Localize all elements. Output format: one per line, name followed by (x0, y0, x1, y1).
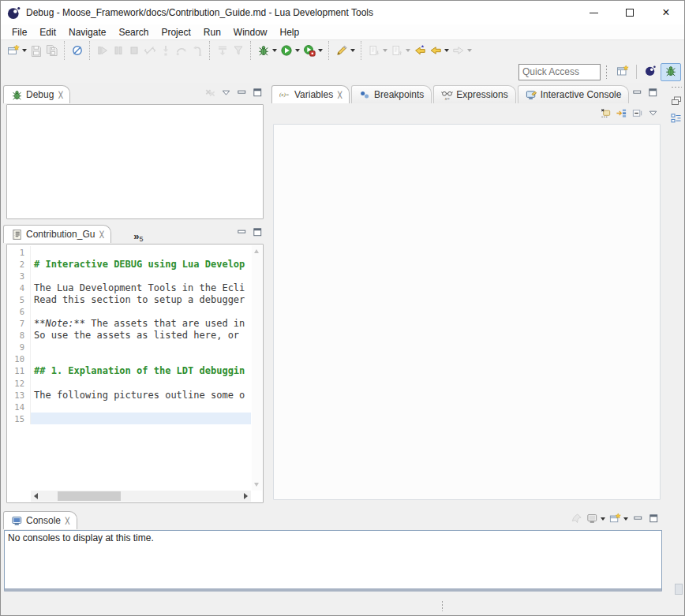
editor-line-9[interactable]: 9 (8, 342, 251, 353)
editor-line-14[interactable]: 14 (8, 401, 251, 413)
editor-text-area[interactable]: 12# Interactive DEBUG using Lua Develop3… (6, 244, 264, 503)
menu-navigate[interactable]: Navigate (62, 25, 112, 39)
debug-tree-area[interactable] (6, 104, 264, 219)
back-button[interactable] (428, 42, 451, 59)
remove-all-terminated-button[interactable] (204, 87, 216, 99)
close-window-button[interactable]: × (648, 1, 684, 24)
menu-project[interactable]: Project (155, 25, 197, 39)
scroll-up-icon[interactable] (254, 249, 259, 253)
resume-button[interactable] (95, 42, 110, 59)
editor-horizontal-scrollbar[interactable] (31, 491, 251, 502)
maximize-view-button[interactable] (647, 87, 659, 99)
collapse-all-button[interactable] (631, 107, 643, 119)
run-coverage-button[interactable] (301, 42, 324, 59)
close-tab-icon[interactable]: ╳ (99, 231, 103, 238)
close-tab-icon[interactable]: ╳ (58, 91, 62, 99)
new-wizard-button[interactable] (6, 42, 28, 59)
previous-annotation-button[interactable] (389, 42, 412, 59)
menu-run[interactable]: Run (197, 25, 227, 39)
editor-line-5[interactable]: 5Read this section to setup a debugger (8, 293, 251, 305)
maximize-view-button[interactable] (252, 87, 264, 99)
show-logical-structure-button[interactable] (616, 107, 627, 119)
maximize-view-button[interactable] (252, 226, 264, 238)
tab-console[interactable]: Console╳ (3, 511, 77, 529)
suspend-button[interactable] (110, 42, 126, 59)
save-button[interactable] (28, 42, 44, 59)
dropdown-arrow-icon[interactable] (383, 49, 387, 52)
editor-line-15[interactable]: 15 (8, 413, 251, 424)
save-all-button[interactable] (44, 42, 60, 59)
skip-all-breakpoints-button[interactable] (69, 42, 85, 59)
debug-perspective-button[interactable] (661, 63, 681, 81)
maximize-window-button[interactable] (612, 1, 648, 24)
dropdown-arrow-icon[interactable] (318, 49, 323, 52)
console-output-area[interactable]: No consoles to display at this time. (4, 530, 662, 592)
editor-line-1[interactable]: 1 (8, 246, 251, 258)
menu-help[interactable]: Help (274, 25, 306, 39)
dropdown-arrow-icon[interactable] (272, 49, 277, 52)
hidden-editors-chevron[interactable]: »5 (133, 228, 143, 243)
dropdown-arrow-icon[interactable] (467, 49, 472, 52)
view-menu-button[interactable] (220, 87, 232, 99)
step-into-button[interactable] (158, 42, 174, 59)
tab-contribution-gu[interactable]: Contribution_Gu╳ (3, 225, 111, 243)
step-return-button[interactable] (189, 42, 205, 59)
restore-views-button[interactable] (669, 95, 683, 109)
last-edit-location-button[interactable] (412, 42, 428, 59)
terminate-button[interactable] (126, 42, 142, 59)
variables-tree-area[interactable] (273, 124, 661, 500)
scroll-right-icon[interactable] (244, 493, 248, 499)
close-tab-icon[interactable]: ╳ (338, 91, 342, 99)
toolbar-drag-handle[interactable] (605, 65, 608, 79)
lua-perspective-button[interactable] (640, 63, 661, 81)
dropdown-arrow-icon[interactable] (444, 49, 449, 52)
step-over-button[interactable] (174, 42, 189, 59)
forward-button[interactable] (451, 42, 474, 59)
editor-line-2[interactable]: 2# Interactive DEBUG using Lua Develop (8, 258, 251, 270)
editor-line-12[interactable]: 12 (8, 377, 251, 389)
rail-drag-handle[interactable] (671, 86, 682, 88)
outline-view-button[interactable] (669, 112, 683, 126)
editor-line-13[interactable]: 13The following pictures outline some o (8, 389, 251, 401)
horizontal-scroll-thumb[interactable] (58, 491, 121, 501)
maximize-view-button[interactable] (648, 513, 660, 525)
debug-button[interactable] (256, 42, 279, 59)
open-perspective-button[interactable] (612, 63, 633, 81)
close-tab-icon[interactable]: ╳ (66, 517, 69, 525)
editor-line-11[interactable]: 11## 1. Explanation of the LDT debuggin (8, 365, 251, 377)
minimize-view-button[interactable] (236, 87, 248, 99)
minimize-view-button[interactable] (631, 87, 643, 99)
editor-line-8[interactable]: 8So use the assets as listed here, or (8, 330, 251, 342)
tab-interactive-console[interactable]: Interactive Console (518, 85, 630, 103)
dropdown-arrow-icon[interactable] (601, 517, 605, 521)
dropdown-arrow-icon[interactable] (406, 49, 410, 52)
menu-search[interactable]: Search (112, 25, 155, 39)
quick-access-input[interactable] (518, 64, 601, 80)
editor-line-10[interactable]: 10 (8, 353, 251, 365)
menu-file[interactable]: File (6, 25, 33, 39)
external-tools-button[interactable] (334, 42, 357, 59)
display-selected-console-button[interactable] (586, 513, 605, 525)
tab-variables[interactable]: (x)=Variables╳ (271, 85, 350, 103)
editor-line-6[interactable]: 6 (8, 305, 251, 317)
view-menu-button[interactable] (647, 107, 659, 119)
menu-window[interactable]: Window (227, 25, 274, 39)
tab-expressions[interactable]: x=Expressions (433, 85, 515, 103)
editor-vertical-scrollbar[interactable] (252, 245, 262, 491)
dropdown-arrow-icon[interactable] (350, 49, 355, 52)
editor-line-3[interactable]: 3 (8, 270, 251, 282)
scroll-left-icon[interactable] (34, 493, 38, 499)
open-console-button[interactable] (609, 513, 628, 525)
next-annotation-button[interactable] (366, 42, 389, 59)
dropdown-arrow-icon[interactable] (22, 49, 27, 52)
tab-debug[interactable]: Debug╳ (3, 85, 70, 103)
dropdown-arrow-icon[interactable] (295, 49, 300, 52)
status-drag-handle[interactable] (441, 600, 444, 611)
drop-to-frame-button[interactable] (215, 42, 230, 59)
minimize-view-button[interactable] (236, 226, 248, 238)
minimize-window-button[interactable] (575, 1, 612, 24)
editor-line-4[interactable]: 4The Lua Development Tools in the Ecli (8, 282, 251, 293)
dropdown-arrow-icon[interactable] (623, 517, 628, 521)
minimize-view-button[interactable] (632, 513, 644, 525)
tab-breakpoints[interactable]: Breakpoints (351, 85, 432, 103)
